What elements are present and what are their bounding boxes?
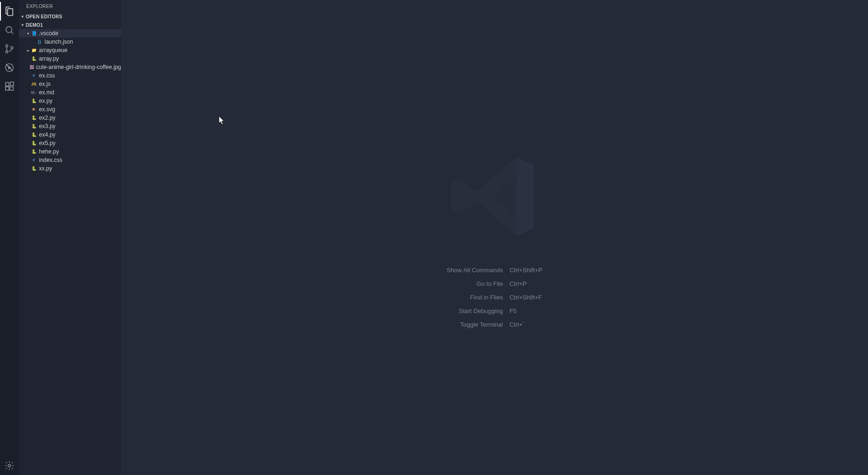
shortcut-keys: Ctrl+P: [510, 280, 542, 287]
tree-file[interactable]: {}launch.json: [19, 38, 121, 46]
chevron-icon: ▾: [26, 31, 30, 36]
tree-file[interactable]: M↓ex.md: [19, 88, 121, 97]
svg-point-9: [8, 464, 11, 467]
tree-file[interactable]: ✳ex.svg: [19, 105, 121, 114]
tree-file[interactable]: 🐍ex2.py: [19, 114, 121, 122]
shortcut-label: Find in Files: [447, 294, 503, 301]
tree-item-label: hehe.py: [39, 148, 59, 155]
shortcut-label: Show All Commands: [447, 267, 503, 274]
tree-item-label: arrayqueue: [39, 47, 68, 54]
svg-point-3: [11, 46, 13, 49]
source-control-icon[interactable]: [0, 39, 19, 58]
tree-file[interactable]: #ex.css: [19, 71, 121, 80]
js-icon: JS: [30, 81, 37, 87]
workspace-header[interactable]: ▾ DEMO1: [19, 21, 121, 29]
tree-file[interactable]: 🐍ex3.py: [19, 122, 121, 130]
json-icon: {}: [36, 38, 43, 45]
extensions-icon[interactable]: [0, 77, 19, 96]
open-editors-label: OPEN EDITORS: [26, 14, 62, 19]
md-icon: M↓: [30, 89, 37, 96]
svg-point-1: [6, 45, 8, 47]
shortcut-keys: Ctrl+Shift+P: [510, 267, 542, 274]
activity-bar: [0, 0, 19, 475]
css-icon: #: [30, 157, 37, 163]
svg-point-2: [6, 51, 8, 53]
tree-item-label: launch.json: [45, 38, 73, 45]
shortcut-keys: F5: [510, 307, 542, 314]
shortcut-keys: Ctrl+`: [510, 321, 542, 328]
tree-item-label: ex3.py: [39, 123, 55, 130]
tree-item-label: ex4.py: [39, 131, 55, 138]
shortcut-keys: Ctrl+Shift+F: [510, 294, 542, 301]
tree-folder[interactable]: ▸📁arrayqueue: [19, 46, 121, 54]
open-editors-header[interactable]: ▾ OPEN EDITORS: [19, 12, 121, 21]
workspace-label: DEMO1: [26, 23, 43, 28]
folder-icon: 📁: [30, 47, 37, 54]
svg-icon: ✳: [30, 106, 37, 113]
py-icon: 🐍: [30, 131, 37, 138]
tree-file[interactable]: 🐍ex.py: [19, 97, 121, 105]
settings-gear-icon[interactable]: [0, 456, 19, 475]
tree-file[interactable]: 🖼cute-anime-girl-drinking-coffee.jpg: [19, 63, 121, 71]
vscode-watermark-icon: [445, 147, 544, 248]
svg-rect-6: [6, 87, 9, 90]
chevron-down-icon: ▾: [20, 14, 25, 19]
py-icon: 🐍: [30, 165, 37, 172]
welcome-shortcuts: Show All CommandsCtrl+Shift+PGo to FileC…: [447, 267, 542, 328]
shortcut-label: Toggle Terminal: [447, 321, 503, 328]
explorer-icon[interactable]: [0, 2, 19, 21]
tree-file[interactable]: 🐍ex4.py: [19, 130, 121, 139]
chevron-icon: ▸: [26, 48, 30, 53]
debug-icon[interactable]: [0, 58, 19, 77]
img-icon: 🖼: [29, 64, 34, 70]
shortcut-label: Go to File: [447, 280, 503, 287]
css-icon: #: [30, 72, 37, 79]
search-icon[interactable]: [0, 21, 19, 39]
tree-item-label: ex.md: [39, 89, 54, 96]
tree-file[interactable]: JSex.js: [19, 80, 121, 88]
tree-folder[interactable]: ▾📘.vscode: [19, 29, 121, 38]
tree-item-label: .vscode: [39, 30, 58, 37]
folder-vscode-icon: 📘: [30, 30, 37, 37]
editor-welcome: Show All CommandsCtrl+Shift+PGo to FileC…: [121, 0, 868, 475]
tree-file[interactable]: #index.css: [19, 156, 121, 164]
tree-item-label: ex2.py: [39, 115, 55, 121]
py-icon: 🐍: [30, 123, 37, 130]
tree-file[interactable]: 🐍xx.py: [19, 164, 121, 173]
tree-item-label: ex.js: [39, 81, 51, 87]
tree-item-label: ex.css: [39, 72, 55, 79]
svg-rect-7: [10, 87, 13, 90]
chevron-down-icon: ▾: [20, 23, 25, 27]
tree-item-label: ex.svg: [39, 106, 55, 113]
sidebar: EXPLORER ▾ OPEN EDITORS ▾ DEMO1 ▾📘.vscod…: [19, 0, 121, 475]
svg-point-0: [6, 27, 12, 33]
py-icon: 🐍: [30, 55, 37, 62]
tree-item-label: array.py: [39, 55, 59, 62]
sidebar-title: EXPLORER: [19, 0, 121, 12]
tree-file[interactable]: 🐍ex5.py: [19, 139, 121, 147]
py-icon: 🐍: [30, 140, 37, 146]
tree-file[interactable]: 🐍hehe.py: [19, 147, 121, 156]
tree-item-label: ex.py: [39, 98, 53, 104]
tree-item-label: cute-anime-girl-drinking-coffee.jpg: [36, 64, 121, 70]
tree-item-label: xx.py: [39, 165, 52, 172]
file-tree: ▾📘.vscode{}launch.json▸📁arrayqueue🐍array…: [19, 29, 121, 475]
py-icon: 🐍: [30, 148, 37, 155]
tree-item-label: index.css: [39, 157, 62, 163]
tree-item-label: ex5.py: [39, 140, 55, 146]
py-icon: 🐍: [30, 98, 37, 104]
svg-rect-8: [10, 82, 14, 85]
py-icon: 🐍: [30, 115, 37, 121]
shortcut-label: Start Debugging: [447, 307, 503, 314]
tree-file[interactable]: 🐍array.py: [19, 54, 121, 63]
svg-rect-5: [6, 83, 9, 86]
